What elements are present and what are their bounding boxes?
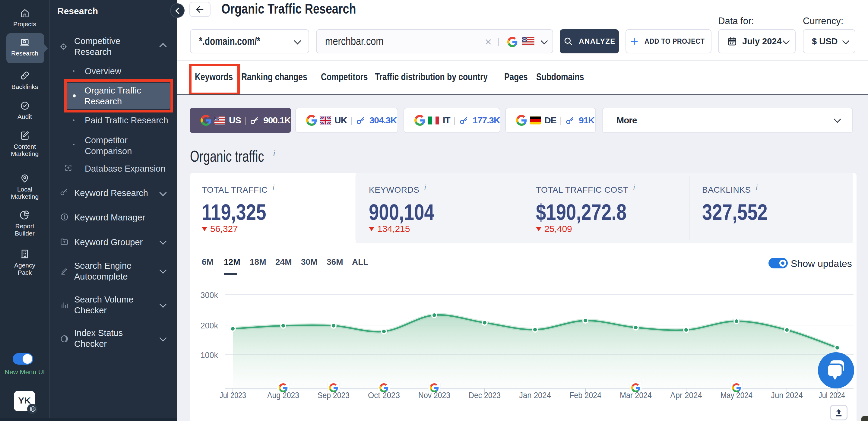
svg-text:300k: 300k: [200, 291, 218, 300]
svg-text:Aug 2023: Aug 2023: [267, 391, 299, 400]
svg-text:Oct 2023: Oct 2023: [368, 391, 400, 400]
svg-text:Nov 2023: Nov 2023: [418, 391, 450, 400]
svg-text:Jan 2024: Jan 2024: [519, 391, 551, 400]
svg-text:Jul 2023: Jul 2023: [220, 391, 246, 400]
svg-text:100k: 100k: [200, 351, 218, 360]
svg-text:200k: 200k: [200, 321, 218, 330]
svg-text:Sep 2023: Sep 2023: [318, 391, 349, 400]
svg-text:Feb 2024: Feb 2024: [569, 391, 601, 400]
svg-text:Dec 2023: Dec 2023: [469, 391, 501, 400]
svg-text:Apr 2024: Apr 2024: [670, 391, 702, 400]
svg-text:Jul 2024: Jul 2024: [818, 391, 845, 400]
svg-text:Mar 2024: Mar 2024: [620, 391, 652, 400]
svg-text:May 2024: May 2024: [720, 391, 752, 400]
svg-text:Jun 2024: Jun 2024: [771, 391, 803, 400]
